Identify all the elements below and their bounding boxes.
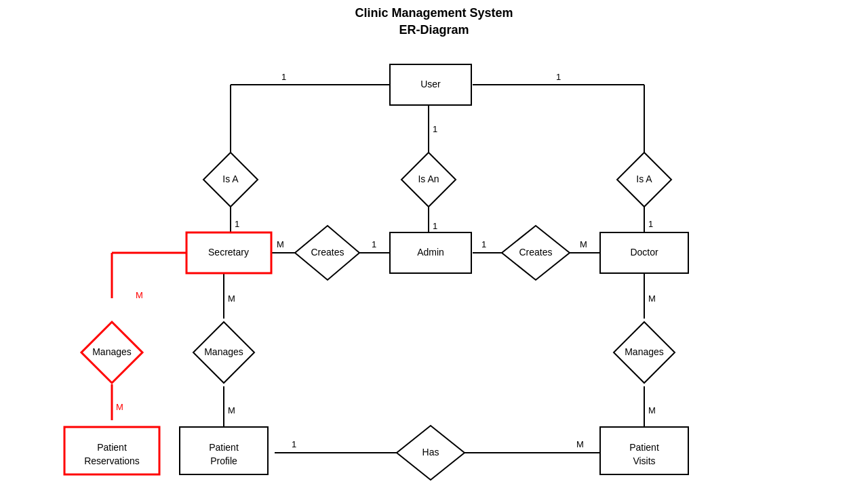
patient-profile-label2: Profile bbox=[210, 455, 237, 466]
card-creates2-doctor: M bbox=[580, 239, 587, 249]
card-user-isan: 1 bbox=[433, 124, 437, 134]
card-manages-pr-m: M bbox=[116, 402, 123, 412]
admin-label: Admin bbox=[417, 247, 444, 258]
manages-center-label: Manages bbox=[204, 346, 243, 357]
card-user-isa-right: 1 bbox=[556, 72, 561, 82]
patient-reservations-label1: Patient bbox=[97, 442, 127, 453]
card-has-pv: M bbox=[576, 439, 584, 449]
card-isa-secretary: 1 bbox=[235, 219, 239, 229]
creates-right-label: Creates bbox=[519, 247, 552, 258]
patient-visits-label1: Patient bbox=[629, 442, 659, 453]
diagram-title: Clinic Management System bbox=[355, 6, 513, 20]
card-secretary-manages2-m: M bbox=[228, 293, 235, 304]
card-user-isa-left: 1 bbox=[281, 72, 286, 82]
secretary-label: Secretary bbox=[208, 247, 249, 258]
card-pp-has: 1 bbox=[292, 439, 296, 449]
card-isa-doctor: 1 bbox=[648, 219, 653, 229]
patient-reservations-label2: Reservations bbox=[84, 455, 140, 466]
manages-left-label: Manages bbox=[92, 346, 132, 357]
card-manages2-pp-m: M bbox=[228, 405, 235, 415]
diagram-subtitle: ER-Diagram bbox=[399, 23, 469, 37]
card-secretary-creates-m: M bbox=[277, 239, 284, 249]
is-a-left-label: Is A bbox=[222, 174, 239, 184]
is-a-right-label: Is A bbox=[636, 174, 652, 184]
creates-left-label: Creates bbox=[311, 247, 344, 258]
is-an-label: Is An bbox=[418, 174, 439, 184]
card-creates1-admin: 1 bbox=[372, 239, 376, 249]
card-doctor-manages3-m: M bbox=[648, 293, 656, 304]
doctor-label: Doctor bbox=[630, 247, 658, 258]
card-manages3-pv-m: M bbox=[648, 405, 656, 415]
card-isan-admin: 1 bbox=[433, 221, 437, 231]
patient-profile-label1: Patient bbox=[209, 442, 239, 453]
manages-right-label: Manages bbox=[625, 346, 664, 357]
patient-visits-label2: Visits bbox=[633, 455, 655, 466]
card-secretary-manages-m: M bbox=[136, 290, 143, 300]
user-label: User bbox=[420, 79, 441, 89]
card-admin-creates2: 1 bbox=[481, 239, 486, 249]
has-label: Has bbox=[422, 447, 439, 458]
